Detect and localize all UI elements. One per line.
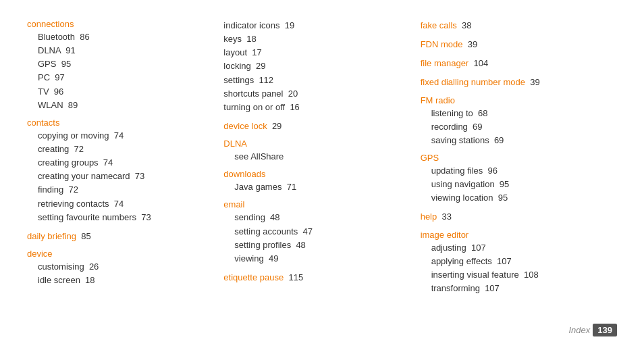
entry-text: updating files: [431, 166, 483, 176]
entry-num: 18: [246, 34, 256, 44]
page: connectionsBluetooth 86DLNA 91GPS 95PC 9…: [0, 0, 644, 350]
index-entry: TV 96: [27, 85, 210, 99]
entry-text: keys: [223, 34, 242, 44]
entry-text: transforming: [431, 283, 480, 293]
entry-text: Bluetooth: [38, 32, 75, 42]
index-entry: listening to 68: [421, 107, 603, 120]
entry-num: 96: [488, 166, 498, 176]
section-header: etiquette pause 115: [223, 271, 406, 284]
column-1: connectionsBluetooth 86DLNA 91GPS 95PC 9…: [27, 19, 223, 318]
section-header-text: daily briefing: [27, 231, 76, 241]
entry-text: setting accounts: [234, 226, 298, 236]
section-header-num: 33: [441, 211, 451, 222]
entry-text: listening to: [431, 108, 473, 118]
entry-text: shortcuts panel: [223, 89, 283, 99]
index-section: connectionsBluetooth 86DLNA 91GPS 95PC 9…: [27, 19, 210, 112]
index-section: help 33: [421, 210, 603, 224]
entry-text: WLAN: [38, 100, 63, 110]
index-section: fixed dialling number mode 39: [421, 76, 603, 89]
entry-num: 95: [498, 193, 508, 203]
entry-num: 72: [69, 184, 78, 195]
entry-text: turning on or off: [223, 102, 285, 112]
index-entry: saving stations 69: [421, 134, 603, 147]
index-entry: idle screen 18: [27, 274, 210, 287]
entry-text: TV: [38, 86, 49, 97]
index-entry: using navigation 95: [421, 178, 603, 191]
section-header: fixed dialling number mode 39: [421, 76, 603, 89]
entry-num: 74: [114, 199, 124, 209]
section-header: device lock 29: [223, 120, 406, 133]
index-section: device lock 29: [223, 120, 406, 133]
entry-text: layout: [223, 47, 247, 57]
entry-text: recording: [431, 122, 468, 132]
entry-num: 69: [494, 135, 504, 145]
entry-text: DLNA: [38, 45, 61, 55]
entry-num: 107: [471, 243, 486, 253]
entry-num: 19: [285, 20, 294, 30]
entry-num: 68: [478, 108, 487, 118]
entry-num: 48: [270, 212, 279, 222]
footer-page-number: 139: [593, 324, 617, 336]
entry-num: 16: [290, 102, 299, 112]
entry-num: 74: [114, 130, 124, 141]
entry-num: 71: [287, 182, 296, 192]
entry-num: 107: [485, 283, 500, 293]
section-header-num: 115: [288, 272, 303, 282]
index-entry: setting favourite numbers 73: [27, 211, 210, 224]
entry-text: settings: [223, 75, 254, 85]
section-header: GPS: [421, 153, 603, 163]
entry-text: saving stations: [431, 135, 489, 145]
footer-label: Index: [568, 325, 590, 335]
section-header: downloads: [223, 169, 406, 179]
index-section: daily briefing 85: [27, 230, 210, 243]
entry-num: 86: [80, 32, 89, 42]
entry-num: 95: [500, 179, 509, 189]
section-header-text: etiquette pause: [223, 272, 284, 282]
section-header-text: fixed dialling number mode: [421, 77, 525, 87]
entry-num: 49: [269, 253, 278, 264]
entry-num: 108: [524, 270, 539, 280]
content-columns: connectionsBluetooth 86DLNA 91GPS 95PC 9…: [27, 19, 617, 318]
index-section: file manager 104: [421, 57, 603, 70]
index-entry: layout 17: [223, 46, 406, 59]
section-header: FM radio: [421, 95, 603, 105]
entry-text: creating groups: [38, 157, 99, 168]
index-entry: viewing location 95: [421, 191, 603, 205]
index-entry: turning on or off 16: [223, 101, 406, 114]
section-header: image editor: [421, 230, 603, 240]
index-entry: inserting visual feature 108: [421, 268, 603, 282]
index-entry: GPS 95: [27, 57, 210, 71]
entry-text: using navigation: [431, 179, 495, 189]
entry-text: GPS: [38, 59, 56, 69]
index-section: devicecustomising 26idle screen 18: [27, 249, 210, 287]
index-entry: locking 29: [223, 59, 406, 73]
index-entry: Java games 71: [223, 180, 406, 194]
index-section: FM radiolistening to 68recording 69savin…: [421, 95, 603, 147]
entry-text: inserting visual feature: [431, 270, 519, 280]
entry-num: 89: [68, 100, 78, 110]
entry-text: setting profiles: [234, 240, 291, 250]
index-entry: retrieving contacts 74: [27, 197, 210, 211]
column-2: indicator icons 19keys 18layout 17lockin…: [223, 19, 420, 318]
index-section: fake calls 38: [421, 19, 603, 32]
section-header-text: fake calls: [421, 20, 457, 30]
entry-num: 69: [473, 122, 482, 132]
section-header-num: 39: [530, 77, 539, 87]
column-3: fake calls 38FDN mode 39file manager 104…: [421, 19, 617, 318]
index-entry: see AllShare: [223, 150, 406, 164]
index-entry: sending 48: [223, 211, 406, 224]
entry-num: 47: [303, 226, 313, 236]
index-entry: Bluetooth 86: [27, 30, 210, 44]
entry-text: retrieving contacts: [38, 199, 109, 209]
index-section: downloadsJava games 71: [223, 169, 406, 194]
index-entry: recording 69: [421, 120, 603, 134]
entry-text: sending: [234, 212, 265, 222]
index-entry: finding 72: [27, 183, 210, 197]
section-header: connections: [27, 19, 210, 29]
index-entry: viewing 49: [223, 252, 406, 266]
index-entry: settings 112: [223, 74, 406, 87]
section-header-num: 104: [473, 58, 488, 68]
index-entry: setting profiles 48: [223, 239, 406, 252]
section-header-text: device lock: [223, 121, 267, 131]
index-entry: keys 18: [223, 32, 406, 46]
